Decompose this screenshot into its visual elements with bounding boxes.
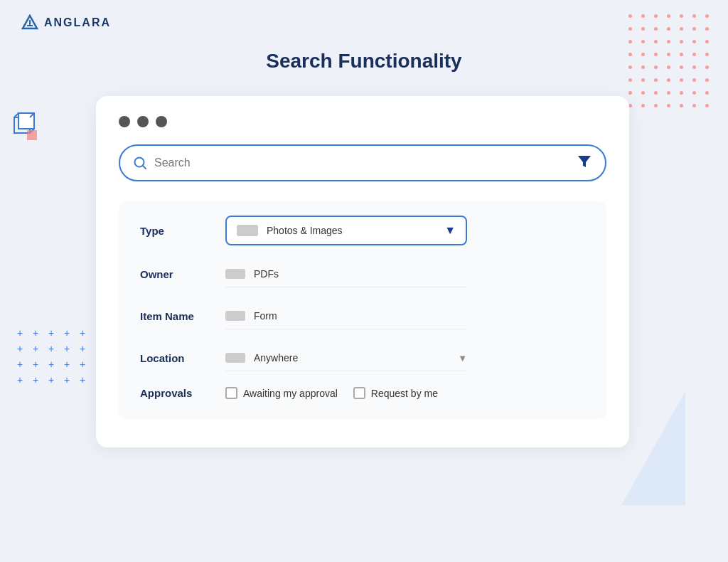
item-name-filter-row: Item Name Form (140, 303, 585, 329)
filter-panel: Type Photos & Images ▼ Owner PDFs Item N (119, 201, 606, 419)
request-by-me-label: Request by me (371, 388, 438, 399)
header: ANGLARA (21, 14, 111, 31)
request-by-me-option[interactable]: Request by me (353, 387, 438, 399)
location-dropdown-arrow-icon: ▼ (458, 353, 467, 364)
type-selected-value: Photos & Images (267, 225, 444, 236)
type-icon-placeholder (237, 225, 258, 236)
logo-icon (21, 14, 38, 31)
triangle-decoration (621, 391, 685, 505)
item-name-icon-placeholder (225, 311, 245, 321)
awaiting-approval-label: Awaiting my approval (243, 388, 338, 399)
type-control: Photos & Images ▼ (225, 216, 585, 245)
item-name-control: Form (225, 303, 585, 329)
page-title: Search Functionality (266, 50, 461, 73)
window-dots (119, 116, 606, 127)
location-dropdown[interactable]: Anywhere ▼ (225, 345, 467, 371)
type-label: Type (140, 225, 225, 237)
brand-name: ANGLARA (44, 16, 111, 29)
main-card: Type Photos & Images ▼ Owner PDFs Item N (96, 96, 629, 447)
owner-control: PDFs (225, 261, 585, 287)
type-filter-row: Type Photos & Images ▼ (140, 216, 585, 245)
owner-filter-row: Owner PDFs (140, 261, 585, 287)
window-dot-1 (119, 116, 130, 127)
location-label: Location (140, 352, 225, 364)
approvals-control: Awaiting my approval Request by me (225, 387, 585, 399)
item-name-label: Item Name (140, 310, 225, 322)
search-bar[interactable] (119, 144, 606, 181)
plus-grid-decoration: +++++ +++++ +++++ +++++ (14, 327, 88, 386)
window-dot-3 (156, 116, 167, 127)
svg-line-10 (143, 166, 146, 169)
owner-label: Owner (140, 268, 225, 280)
approvals-options: Awaiting my approval Request by me (225, 387, 585, 399)
awaiting-approval-checkbox[interactable] (225, 387, 237, 399)
location-control: Anywhere ▼ (225, 345, 585, 371)
window-dot-2 (137, 116, 149, 127)
search-icon (133, 156, 147, 170)
owner-icon-placeholder (225, 269, 245, 279)
owner-value: PDFs (254, 268, 279, 280)
location-icon-placeholder (225, 353, 245, 363)
item-name-item[interactable]: Form (225, 303, 467, 329)
svg-rect-5 (27, 130, 37, 140)
awaiting-approval-option[interactable]: Awaiting my approval (225, 387, 338, 399)
approvals-label: Approvals (140, 387, 225, 399)
cube-decoration (7, 110, 37, 140)
filter-icon[interactable] (577, 153, 592, 173)
request-by-me-checkbox[interactable] (353, 387, 365, 399)
approvals-filter-row: Approvals Awaiting my approval Request b… (140, 387, 585, 399)
item-name-value: Form (254, 310, 277, 322)
svg-marker-11 (578, 156, 591, 167)
type-dropdown[interactable]: Photos & Images ▼ (225, 216, 467, 245)
owner-item[interactable]: PDFs (225, 261, 467, 287)
location-filter-row: Location Anywhere ▼ (140, 345, 585, 371)
type-dropdown-arrow-icon: ▼ (444, 224, 456, 237)
location-value: Anywhere (254, 352, 458, 364)
search-input[interactable] (154, 157, 577, 169)
dot-grid-decoration (628, 14, 714, 112)
